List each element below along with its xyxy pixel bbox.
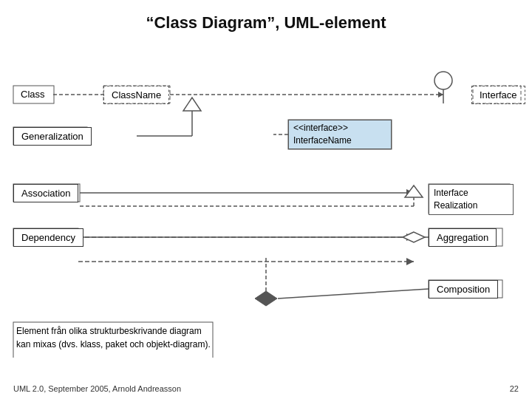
association-label: Association — [13, 184, 78, 202]
interface-name-label: <<interface>> InterfaceName — [288, 120, 392, 149]
svg-marker-23 — [406, 233, 414, 241]
svg-marker-28 — [255, 291, 277, 306]
svg-marker-31 — [406, 258, 414, 265]
svg-point-2 — [434, 72, 452, 89]
composition-label: Composition — [429, 280, 498, 299]
svg-line-33 — [278, 289, 429, 299]
svg-marker-16 — [406, 189, 414, 197]
interface-label: Interface — [471, 86, 525, 104]
text-block: Element från olika strukturbeskrivande d… — [16, 324, 212, 351]
interface-realization-label: InterfaceRealization — [429, 184, 514, 215]
svg-marker-20 — [405, 185, 423, 197]
footer-left: UML 2.0, September 2005, Arnold Andreass… — [13, 384, 181, 393]
class-label: Class — [13, 86, 52, 103]
svg-marker-12 — [183, 98, 201, 111]
dependency-label: Dependency — [13, 228, 83, 247]
aggregation-label: Aggregation — [429, 228, 497, 247]
classname-label: ClassName — [103, 86, 169, 104]
footer-right: 22 — [510, 384, 519, 393]
svg-marker-26 — [403, 232, 425, 242]
page-title: “Class Diagram”, UML-element — [0, 0, 532, 40]
svg-marker-7 — [438, 92, 443, 98]
generalization-label: Generalization — [13, 127, 92, 146]
